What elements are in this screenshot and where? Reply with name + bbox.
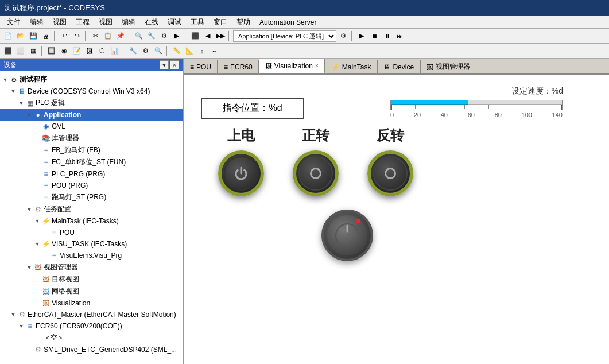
tb-undo[interactable]: ↩ [59, 30, 70, 42]
tb-open[interactable]: 📂 [15, 30, 26, 42]
tb2-b10[interactable]: 🔧 [127, 45, 139, 57]
menu-help[interactable]: 帮助 [232, 16, 255, 28]
menu-project[interactable]: 工程 [71, 16, 94, 28]
tree-item-vismgr[interactable]: ▼ 🖼 视图管理器 [0, 261, 183, 273]
tb2-b3[interactable]: ▦ [28, 45, 39, 57]
tb-b1[interactable]: 🔧 [146, 30, 157, 42]
tb-save[interactable]: 💾 [28, 30, 39, 42]
tab-device[interactable]: 🖥 Device [377, 60, 420, 73]
tb-b5[interactable]: ◀ [202, 30, 214, 42]
tb-b7[interactable]: ▶ [356, 30, 367, 42]
forward-button[interactable] [293, 150, 339, 196]
expand-icon-0: ▼ [1, 76, 9, 84]
app-dropdown[interactable]: Application [Device: PLC 逻辑] [233, 30, 336, 42]
power-button[interactable] [218, 150, 264, 196]
tb-cut[interactable]: ✂ [90, 30, 101, 42]
tree-item-netview[interactable]: 🖼 网络视图 [0, 285, 183, 297]
menu-tools[interactable]: 工具 [186, 16, 209, 28]
menu-view2[interactable]: 视图 [94, 16, 117, 28]
tb-redo[interactable]: ↪ [71, 30, 83, 42]
tree-item-libmgr[interactable]: 📚 库管理器 [0, 132, 183, 144]
menu-window[interactable]: 窗口 [209, 16, 232, 28]
tab-visualization[interactable]: 🖼 Visualization × [259, 59, 325, 73]
pin-button[interactable]: ▼ [160, 60, 169, 69]
tb2-b6[interactable]: 📝 [71, 45, 83, 57]
reverse-button[interactable] [367, 150, 413, 196]
tab-maintask[interactable]: ⚡ MainTask [325, 60, 378, 73]
tree-label-1: Device (CODESYS Control Win V3 x64) [28, 87, 150, 95]
tb-find[interactable]: 🔍 [133, 30, 145, 42]
tab-close-visualization[interactable]: × [315, 63, 319, 69]
tb2-b13[interactable]: 📏 [171, 45, 183, 57]
tree-item-visualization[interactable]: 🖼 Visualization [0, 297, 183, 309]
speed-tick-40: 40 [441, 111, 448, 118]
tb-copy[interactable]: 📋 [102, 30, 114, 42]
tree-item-smldrive[interactable]: ⚙ SML_Drive_ETC_GenericDSP402 (SML_... [0, 344, 183, 355]
tb2-b15[interactable]: ↕ [196, 45, 208, 57]
tree-label-maintask: MainTask (IEC-Tasks) [52, 217, 119, 225]
tree-item-tasks[interactable]: ▼ ⚙ 任务配置 [0, 203, 183, 215]
tree-item-targetview[interactable]: 🖼 目标视图 [0, 273, 183, 285]
tree-item-pou-maintask[interactable]: ≡ POU [0, 227, 183, 238]
tb2-b16[interactable]: ↔ [209, 45, 220, 57]
tree-item-plcprg[interactable]: ≡ PLC_PRG (PRG) [0, 168, 183, 180]
speed-labels: 0 20 40 60 80 100 140 [390, 111, 563, 118]
tb2-b11[interactable]: ⚙ [140, 45, 152, 57]
tb2-b7[interactable]: 🖼 [84, 45, 95, 57]
tree-item-pouprg[interactable]: ≡ POU (PRG) [0, 180, 183, 191]
close-button[interactable]: × [170, 60, 179, 69]
tree-item-visutask[interactable]: ▼ ⚡ VISU_TASK (IEC-Tasks) [0, 238, 183, 250]
tb2-b8[interactable]: ⬡ [96, 45, 108, 57]
tb2-b4[interactable]: 🔲 [46, 45, 57, 57]
tree-item-application[interactable]: ▼ ● Application [0, 109, 183, 121]
tab-pou[interactable]: ≡ POU [184, 60, 218, 73]
tree-item-1[interactable]: ▼ 🖥 Device (CODESYS Control Win V3 x64) [0, 86, 183, 97]
tree-item-ethercat[interactable]: ▼ ⚙ EtherCAT_Master (EtherCAT Master Sof… [0, 309, 183, 320]
menu-view[interactable]: 视图 [48, 16, 71, 28]
tb-b4[interactable]: ⬛ [189, 30, 201, 42]
tb-b9[interactable]: ⏸ [381, 30, 393, 42]
tree-item-0[interactable]: ▼ ⚙ 测试程序 [0, 73, 183, 86]
tb-b6[interactable]: ▶▶ [215, 30, 226, 42]
tree-item-2[interactable]: ▼ ▦ PLC 逻辑 [0, 97, 183, 109]
tree-icon-libmgr: 📚 [41, 134, 51, 143]
tab-ecr60[interactable]: ≡ ECR60 [218, 60, 259, 73]
device-panel-title: 设备 [3, 60, 17, 70]
menu-edit[interactable]: 编辑 [25, 16, 48, 28]
tb2-b1[interactable]: ⬛ [2, 45, 14, 57]
tb-settings[interactable]: ⚙ [338, 30, 349, 42]
speed-dial[interactable] [321, 210, 373, 261]
menu-automation[interactable]: Automation Server [255, 17, 321, 28]
menu-online[interactable]: 在线 [140, 16, 163, 28]
tree-item-empty[interactable]: ＜空＞ [0, 332, 183, 344]
menu-edit2[interactable]: 编辑 [117, 16, 140, 28]
tree-label-ethercat: EtherCAT_Master (EtherCAT Master SoftMot… [28, 311, 176, 319]
tree-item-pmst[interactable]: ≡ 跑马灯_ST (PRG) [0, 191, 183, 203]
tree-item-fc[interactable]: ≡ FC_单bit移位_ST (FUN) [0, 156, 183, 168]
tb-b8[interactable]: ⏹ [368, 30, 380, 42]
speed-tick-80: 80 [495, 111, 502, 118]
tree-item-visuprg[interactable]: ≡ VisuElems.Visu_Prg [0, 250, 183, 261]
tb-new[interactable]: 📄 [2, 30, 14, 42]
tb-print[interactable]: 🖨 [40, 30, 52, 42]
tb2-b5[interactable]: ◉ [59, 45, 70, 57]
menu-file[interactable]: 文件 [2, 16, 25, 28]
tree-item-maintask[interactable]: ▼ ⚡ MainTask (IEC-Tasks) [0, 215, 183, 227]
tree-item-fb[interactable]: ≡ FB_跑马灯 (FB) [0, 144, 183, 156]
tb2-b12[interactable]: 🔍 [153, 45, 164, 57]
tree-area: ▼ ⚙ 测试程序 ▼ 🖥 Device (CODESYS Control Win… [0, 71, 183, 364]
tb-b3[interactable]: ▶ [171, 30, 183, 42]
menu-debug[interactable]: 调试 [163, 16, 186, 28]
tree-item-gvl[interactable]: ◉ GVL [0, 121, 183, 132]
tab-vismgr[interactable]: 🖼 视图管理器 [420, 60, 476, 73]
expand-icon-gvl [33, 122, 41, 130]
tb-paste[interactable]: 📌 [115, 30, 126, 42]
tb2-b2[interactable]: ⬜ [15, 45, 26, 57]
tb2-b9[interactable]: 📊 [109, 45, 121, 57]
tree-item-ecr60[interactable]: ▼ ≡ ECR60 (ECR60V200(COE)) [0, 320, 183, 332]
tb-b2[interactable]: ⚙ [158, 30, 170, 42]
tb-b10[interactable]: ⏭ [394, 30, 405, 42]
reverse-label: 反转 [377, 126, 404, 145]
tb2-b14[interactable]: 📐 [184, 45, 195, 57]
speed-tick-100: 100 [522, 111, 532, 118]
